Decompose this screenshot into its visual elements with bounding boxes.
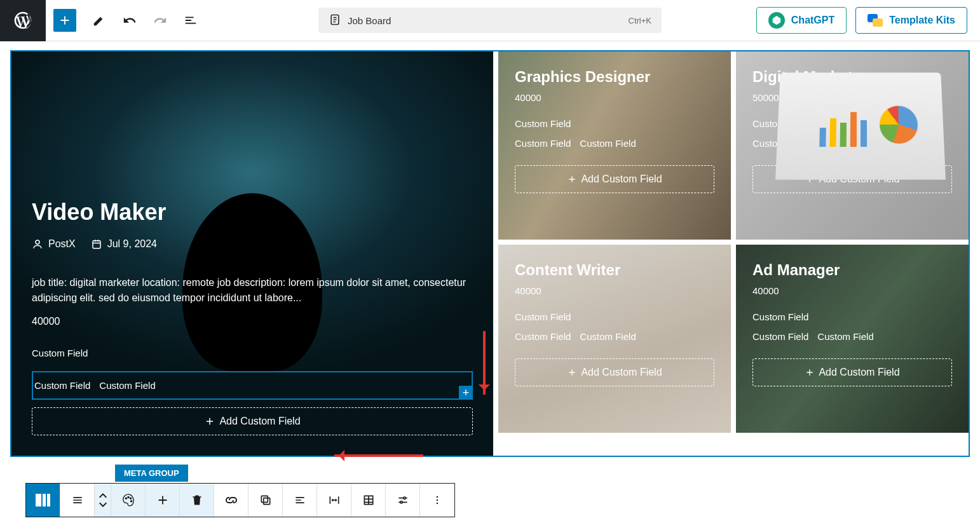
custom-field[interactable]: Custom Field [580,137,636,150]
custom-field[interactable]: Custom Field [32,346,473,360]
custom-field[interactable]: Custom Field [99,379,155,392]
custom-field-salary[interactable]: 40000 [515,92,714,103]
chatgpt-button[interactable]: ChatGPT [756,7,847,34]
edit-mode-button[interactable] [84,5,114,36]
block-label: META GROUP [115,465,188,482]
editor-canvas: Video Maker PostX Jul 9, 2024 job title:… [0,41,980,482]
custom-field-salary[interactable]: 40000 [32,316,473,327]
custom-field[interactable]: Custom Field [817,330,873,343]
document-icon [329,13,341,28]
plus-icon [204,416,215,427]
custom-field[interactable]: Custom Field [515,117,714,130]
calendar-icon [91,238,102,250]
post-meta: PostX Jul 9, 2024 [32,238,473,250]
custom-field-salary[interactable]: 40000 [515,285,714,296]
post-card[interactable]: Graphics Designer 40000 Custom Field Cus… [498,51,731,240]
editor-toolbar: Job Board Ctrl+K ChatGPT Template Kits [0,0,980,41]
add-custom-field-button[interactable]: Add Custom Field [752,358,952,386]
card-title[interactable]: Ad Manager [752,261,952,279]
plus-icon [567,174,577,184]
add-custom-field-button[interactable]: Add Custom Field [32,407,473,435]
page-title: Job Board [348,15,391,26]
wordpress-logo[interactable] [0,0,46,41]
redo-button[interactable] [145,5,175,36]
post-title[interactable]: Video Maker [32,199,473,226]
undo-button[interactable] [114,5,145,36]
annotation-arrow [483,331,486,395]
add-block-button[interactable] [53,9,76,32]
custom-field[interactable]: Custom Field [580,330,636,343]
card-title[interactable]: Graphics Designer [515,68,714,86]
post-card[interactable]: Content Writer 40000 Custom Field Custom… [498,245,731,433]
side-cards: Graphics Designer 40000 Custom Field Cus… [498,51,969,456]
add-custom-field-button[interactable]: Add Custom Field [515,358,714,386]
custom-field[interactable]: Custom Field [515,137,571,150]
add-inline-button[interactable]: + [459,386,473,400]
bar-chart-icon [819,109,867,147]
user-icon [32,238,43,250]
pie-chart-icon [880,106,918,144]
list-view-button[interactable] [175,5,206,36]
custom-field[interactable]: Custom Field [34,379,90,392]
custom-field-salary[interactable]: 40000 [752,285,952,296]
chatgpt-icon [768,12,785,29]
annotation-arrow [334,454,423,457]
author-meta[interactable]: PostX [32,238,76,250]
meta-group-selected[interactable]: Custom Field Custom Field + [32,371,473,400]
date-meta[interactable]: Jul 9, 2024 [91,238,157,250]
custom-field[interactable]: Custom Field [515,330,571,343]
add-custom-field-button[interactable]: Add Custom Field [515,165,714,193]
post-card[interactable]: Digital Marketer 50000 Custom Field Cust… [736,51,969,240]
main-post-card[interactable]: Video Maker PostX Jul 9, 2024 job title:… [11,51,493,456]
page-title-bar[interactable]: Job Board Ctrl+K [318,8,662,33]
svg-point-1 [36,240,39,244]
plus-icon [805,367,815,377]
card-title[interactable]: Content Writer [515,261,714,279]
keyboard-shortcut: Ctrl+K [629,16,651,25]
post-excerpt[interactable]: job title: digital marketer location: re… [32,275,473,306]
template-kits-button[interactable]: Template Kits [855,7,967,34]
custom-field[interactable]: Custom Field [752,330,808,343]
svg-rect-2 [93,241,100,248]
custom-field[interactable]: Custom Field [515,310,714,323]
template-kits-icon [868,14,883,27]
post-card[interactable]: Ad Manager 40000 Custom Field Custom Fie… [736,245,969,433]
post-grid-block[interactable]: Video Maker PostX Jul 9, 2024 job title:… [10,50,970,457]
laptop-illustration [775,72,946,179]
custom-field[interactable]: Custom Field [752,310,952,323]
plus-icon [567,367,577,377]
